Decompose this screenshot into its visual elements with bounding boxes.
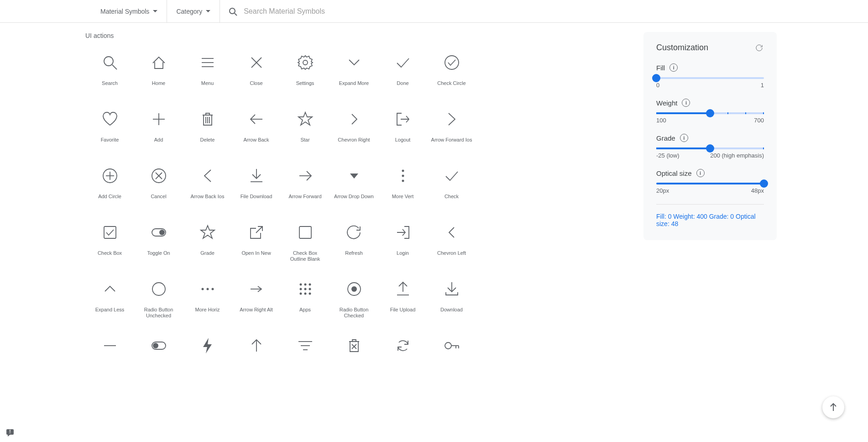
icon-label: File Download bbox=[241, 194, 272, 200]
icon-item-check[interactable]: Check bbox=[427, 161, 476, 210]
icon-item-search[interactable]: Search bbox=[85, 47, 134, 97]
icon-item-star[interactable]: Star bbox=[281, 104, 329, 153]
icon-item-add[interactable]: Add bbox=[134, 104, 183, 153]
icon-item-delete[interactable]: Delete bbox=[183, 104, 232, 153]
icon-label: Cancel bbox=[151, 194, 166, 200]
icon-item-download[interactable]: Download bbox=[427, 274, 476, 323]
icon-item-arrow_right_alt[interactable]: Arrow Right Alt bbox=[232, 274, 281, 323]
icon-label: File Upload bbox=[390, 307, 416, 313]
icon-label: Check Box bbox=[98, 250, 122, 256]
icon-item-add_circle[interactable]: Add Circle bbox=[85, 161, 134, 210]
header-bar: Material Symbols Category bbox=[0, 0, 868, 23]
icon-item-check_box[interactable]: Check Box bbox=[85, 217, 134, 267]
icon-item-refresh[interactable]: Refresh bbox=[329, 217, 378, 267]
icon-item-apps[interactable]: Apps bbox=[281, 274, 329, 323]
star-icon bbox=[296, 110, 315, 129]
more_horiz-icon bbox=[198, 279, 217, 299]
icon-item-expand_less[interactable]: Expand Less bbox=[85, 274, 134, 323]
icon-item-open_in_new[interactable]: Open In New bbox=[232, 217, 281, 267]
expand_more-icon bbox=[345, 53, 364, 72]
key-icon bbox=[442, 336, 461, 355]
icon-item-autorenew[interactable] bbox=[378, 331, 427, 380]
info-icon[interactable]: i bbox=[682, 99, 690, 107]
info-icon[interactable]: i bbox=[696, 169, 705, 177]
info-icon[interactable]: i bbox=[680, 134, 688, 142]
icon-item-key[interactable] bbox=[427, 331, 476, 380]
icon-label: Search bbox=[102, 80, 118, 86]
icon-item-login[interactable]: Login bbox=[378, 217, 427, 267]
file_download-icon bbox=[247, 166, 266, 185]
check-icon bbox=[442, 166, 461, 185]
icon-item-grade[interactable]: Grade bbox=[183, 217, 232, 267]
icon-item-arrow_forward[interactable]: Arrow Forward bbox=[281, 161, 329, 210]
info-icon[interactable]: i bbox=[669, 63, 678, 72]
icon-label: Menu bbox=[201, 80, 214, 86]
icon-item-favorite[interactable]: Favorite bbox=[85, 104, 134, 153]
arrow_forward_ios-icon bbox=[442, 110, 461, 129]
search-input[interactable] bbox=[244, 7, 426, 16]
icon-label: Close bbox=[250, 80, 262, 86]
icon-item-remove[interactable] bbox=[85, 331, 134, 380]
fill-min: 0 bbox=[656, 82, 659, 89]
icon-label: Arrow Drop Down bbox=[334, 194, 374, 200]
radio_button_checked-icon bbox=[345, 279, 364, 299]
icon-label: Open In New bbox=[241, 250, 271, 256]
icon-label: Chevron Left bbox=[437, 250, 466, 256]
icon-item-more_vert[interactable]: More Vert bbox=[378, 161, 427, 210]
search-icon bbox=[100, 53, 120, 72]
icon-item-logout[interactable]: Logout bbox=[378, 104, 427, 153]
search-icon bbox=[228, 7, 237, 16]
reset-icon[interactable] bbox=[755, 43, 764, 53]
grade-slider[interactable] bbox=[656, 147, 764, 149]
login-icon bbox=[393, 223, 413, 242]
icon-item-arrow_forward_ios[interactable]: Arrow Forward Ios bbox=[427, 104, 476, 153]
icon-item-radio_button_unchecked[interactable]: Radio Button Unchecked bbox=[134, 274, 183, 323]
open_in_new-icon bbox=[247, 223, 266, 242]
icon-item-settings[interactable]: Settings bbox=[281, 47, 329, 97]
icon-item-arrow_upward[interactable] bbox=[232, 331, 281, 380]
category-filter-dropdown[interactable]: Category bbox=[167, 0, 220, 22]
icon-item-expand_more[interactable]: Expand More bbox=[329, 47, 378, 97]
optical-size-slider[interactable] bbox=[656, 183, 764, 184]
icon-item-file_upload[interactable]: File Upload bbox=[378, 274, 427, 323]
logout-icon bbox=[393, 110, 413, 129]
icon-item-close[interactable]: Close bbox=[232, 47, 281, 97]
icon-item-arrow_drop_down[interactable]: Arrow Drop Down bbox=[329, 161, 378, 210]
search-area bbox=[220, 7, 868, 16]
icon-item-chevron_left[interactable]: Chevron Left bbox=[427, 217, 476, 267]
toggle_on-icon bbox=[149, 223, 168, 242]
icon-item-check_circle[interactable]: Check Circle bbox=[427, 47, 476, 97]
icon-item-more_horiz[interactable]: More Horiz bbox=[183, 274, 232, 323]
fill-max: 1 bbox=[761, 82, 764, 89]
icon-item-home[interactable]: Home bbox=[134, 47, 183, 97]
grade-icon bbox=[198, 223, 217, 242]
weight-label: Weight bbox=[656, 99, 677, 107]
style-filter-dropdown[interactable]: Material Symbols bbox=[91, 0, 167, 22]
icon-label: Arrow Back bbox=[243, 137, 269, 143]
icon-item-delete_forever[interactable] bbox=[329, 331, 378, 380]
icon-item-cancel[interactable]: Cancel bbox=[134, 161, 183, 210]
icon-label: Chevron Right bbox=[338, 137, 370, 143]
icon-item-toggle_off[interactable] bbox=[134, 331, 183, 380]
icon-item-chevron_right[interactable]: Chevron Right bbox=[329, 104, 378, 153]
icon-label: More Vert bbox=[392, 194, 414, 200]
icon-item-arrow_back[interactable]: Arrow Back bbox=[232, 104, 281, 153]
arrow_back_ios-icon bbox=[198, 166, 217, 185]
icon-label: Grade bbox=[200, 250, 214, 256]
icon-item-menu[interactable]: Menu bbox=[183, 47, 232, 97]
icon-label: Check bbox=[444, 194, 459, 200]
weight-slider[interactable] bbox=[656, 112, 764, 114]
style-filter-label: Material Symbols bbox=[100, 8, 149, 15]
icon-item-check_box_outline_blank[interactable]: Check Box Outline Blank bbox=[281, 217, 329, 267]
icon-item-arrow_back_ios[interactable]: Arrow Back Ios bbox=[183, 161, 232, 210]
fill-slider[interactable] bbox=[656, 77, 764, 79]
weight-max: 700 bbox=[754, 117, 764, 124]
icon-item-filter_list[interactable] bbox=[281, 331, 329, 380]
icon-item-radio_button_checked[interactable]: Radio Button Checked bbox=[329, 274, 378, 323]
optical-max: 48px bbox=[751, 187, 764, 194]
customization-title: Customization bbox=[656, 43, 708, 53]
icon-item-done[interactable]: Done bbox=[378, 47, 427, 97]
icon-item-bolt[interactable] bbox=[183, 331, 232, 380]
icon-item-file_download[interactable]: File Download bbox=[232, 161, 281, 210]
icon-item-toggle_on[interactable]: Toggle On bbox=[134, 217, 183, 267]
